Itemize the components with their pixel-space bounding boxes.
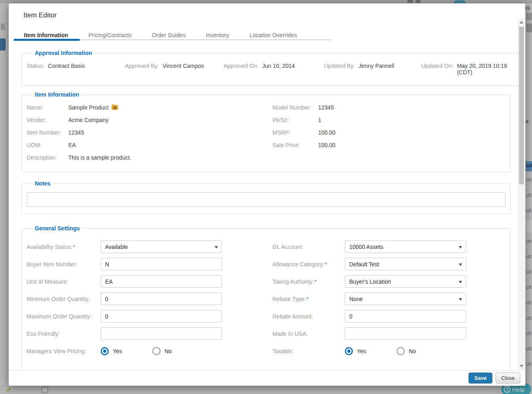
- field-label: Updated On:: [421, 63, 453, 76]
- form-row: Allowance Category:* Default Test: [272, 258, 505, 270]
- tab-location-overrides[interactable]: Location Overrides: [239, 30, 307, 42]
- general-settings-section: General Settings Availability Status:* A…: [21, 225, 511, 371]
- approval-field: Status: Contract Basis: [27, 63, 125, 76]
- form-row: Maximum Order Quantity:: [27, 310, 272, 322]
- eco-friendly-input[interactable]: [101, 327, 222, 340]
- field-value: Acme Company: [68, 117, 109, 123]
- close-button[interactable]: Close: [496, 373, 520, 383]
- field-label: Description:: [27, 154, 68, 161]
- scroll-thumb[interactable]: [519, 27, 524, 184]
- field-label: Item Number:: [27, 129, 68, 136]
- field-label: UOM:: [27, 142, 68, 148]
- scroll-up-arrow[interactable]: [518, 19, 525, 25]
- dialog-scroll-content: Approval Information Status: Contract Ba…: [9, 44, 519, 371]
- chevron-down-icon: [459, 263, 462, 266]
- field-value: May 20, 2019 10:19 (CDT): [457, 63, 514, 76]
- unit-of-measure-input[interactable]: [101, 275, 222, 288]
- notes-section: Notes: [21, 180, 511, 214]
- chevron-down-icon: [459, 298, 462, 301]
- form-row: Unit of Measure:: [27, 275, 272, 288]
- form-row: Buyer Item Number:: [27, 258, 272, 270]
- camera-icon[interactable]: [112, 105, 118, 110]
- background-row-fragment: ult: [526, 253, 532, 259]
- taxing-authority-select[interactable]: Buyer's Location: [345, 275, 466, 288]
- availability-status-select[interactable]: Available: [101, 240, 222, 253]
- background-table-row: [0, 386, 532, 394]
- dialog-title: Item Editor: [23, 11, 57, 19]
- radio-icon: [101, 347, 109, 355]
- section-legend: Approval Information: [32, 50, 95, 56]
- background-section-band: [526, 220, 532, 232]
- field-label: Availability Status:*: [27, 244, 101, 250]
- background-button-stub: [0, 38, 6, 51]
- background-row-fragment: ult: [526, 177, 532, 183]
- radio-icon: [397, 347, 405, 355]
- pencil-icon: ✎: [6, 386, 11, 394]
- tab-inventory[interactable]: Inventory: [196, 30, 239, 42]
- background-row-fragment: ult: [526, 238, 532, 244]
- field-label: Updated By:: [324, 63, 355, 76]
- form-row: GL Account: 10000 Assets: [272, 240, 505, 253]
- field-label: Model Number:: [272, 104, 318, 111]
- field-value: 12345: [68, 129, 84, 136]
- field-label: Minimum Order Quantity:: [27, 296, 101, 302]
- item-information-section: Item Information Name: Sample Product Ve…: [21, 91, 511, 172]
- allowance-category-select[interactable]: Default Test: [345, 258, 466, 270]
- tab-order-guides[interactable]: Order Guides: [141, 30, 196, 42]
- background-row-fragment: ult: [526, 361, 532, 367]
- field-value: Sample Product: [68, 104, 118, 111]
- field-label: GL Account:: [272, 244, 345, 250]
- help-icon: ?: [504, 386, 511, 393]
- required-marker: *: [73, 244, 75, 250]
- taxable-no-radio[interactable]: No: [397, 347, 448, 355]
- scroll-down-arrow[interactable]: [518, 362, 525, 369]
- background-row-fragment: ult: [526, 315, 532, 321]
- field-value: Vincent Campos: [163, 63, 204, 76]
- background-button-stub: [526, 13, 532, 20]
- section-legend: Item Information: [32, 91, 82, 98]
- modal-scrollbar[interactable]: [518, 19, 525, 369]
- rebate-amount-input[interactable]: [345, 310, 466, 322]
- minimum-order-quantity-input[interactable]: [101, 293, 222, 305]
- managers-view-pricing-yes-radio[interactable]: Yes: [101, 347, 152, 355]
- field-label: Allowance Category:*: [272, 261, 345, 268]
- field-value: 100.00: [318, 129, 336, 136]
- rebate-type-select[interactable]: None: [345, 293, 466, 305]
- taxable-yes-radio[interactable]: Yes: [345, 347, 397, 355]
- managers-view-pricing-no-radio[interactable]: No: [152, 347, 204, 355]
- screen: ns va ult ult ult ult ult ult ult ult ul…: [0, 0, 532, 394]
- field-label: MSRP:: [272, 129, 318, 136]
- made-in-usa-input[interactable]: [345, 327, 466, 340]
- form-row: Minimum Order Quantity:: [27, 293, 272, 305]
- field-value: Jun 10, 2014: [262, 63, 295, 76]
- buyer-item-number-input[interactable]: [101, 258, 222, 270]
- form-row: Managers View Pricing: Yes No: [27, 346, 272, 356]
- field-label: Status:: [27, 63, 44, 76]
- row-checkbox: [42, 387, 48, 393]
- field-label: Made In USA:: [272, 331, 345, 337]
- approval-field: Updated On: May 20, 2019 10:19 (CDT): [421, 63, 514, 76]
- field-label: Taxable:: [272, 348, 345, 354]
- item-editor-dialog: Item Editor Item Information Pricing/Con…: [8, 3, 526, 386]
- field-label: Rebate Type:*: [272, 296, 345, 302]
- field-label: Managers View Pricing:: [27, 348, 101, 354]
- approval-information-section: Approval Information Status: Contract Ba…: [21, 50, 519, 86]
- avatar-stub: [454, 0, 466, 3]
- gl-account-select[interactable]: 10000 Assets: [345, 240, 466, 253]
- field-label: Maximum Order Quantity:: [27, 313, 101, 320]
- maximum-order-quantity-input[interactable]: [101, 310, 222, 322]
- background-button-stub: [526, 23, 532, 32]
- field-label: Sale Price:: [272, 142, 318, 148]
- field-label: Unit of Measure:: [27, 278, 101, 285]
- section-legend: Notes: [32, 180, 54, 187]
- approval-field: Updated By: Jenny Pannell: [324, 63, 421, 76]
- background-row-fragment: ult: [526, 269, 532, 275]
- chevron-down-icon: [459, 281, 462, 283]
- header-icon-stub: [407, 0, 413, 3]
- tab-pricing-contracts[interactable]: Pricing/Contracts: [78, 30, 142, 42]
- background-header-strip: [0, 0, 532, 3]
- field-label: Rebate Amount:: [272, 313, 345, 320]
- save-button[interactable]: Save: [469, 373, 492, 383]
- form-row: Availability Status:* Available: [27, 240, 272, 253]
- notes-textarea[interactable]: [27, 192, 505, 207]
